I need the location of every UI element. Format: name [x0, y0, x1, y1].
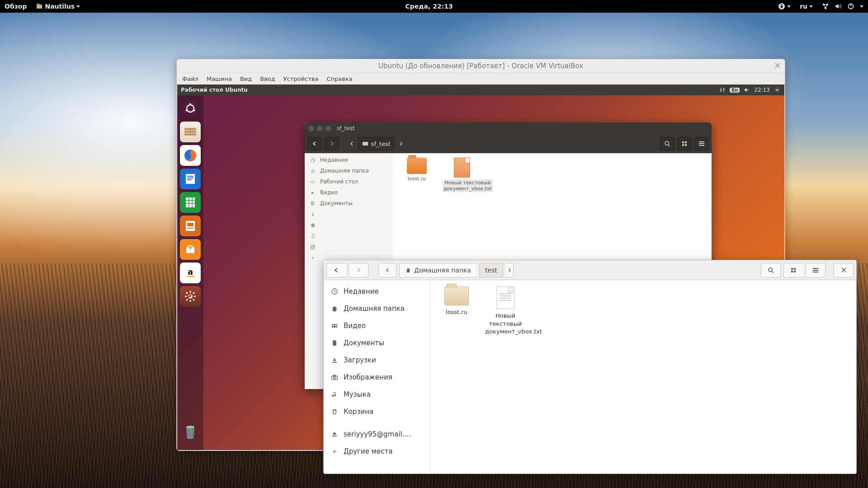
- guest-clock[interactable]: 22:13: [754, 87, 770, 93]
- file-item-document[interactable]: Новый текстовый документ_vbox.txt: [485, 286, 526, 336]
- file-label: Новый текстовый документ_vbox.txt: [443, 179, 493, 192]
- hamburger-menu-button[interactable]: [806, 263, 826, 277]
- svg-rect-27: [187, 228, 193, 229]
- svg-point-9: [187, 105, 194, 112]
- maximize-icon[interactable]: [326, 126, 331, 131]
- sidebar-item-account[interactable]: seriyyy95@gmail....: [324, 426, 430, 443]
- svg-point-10: [189, 103, 192, 106]
- back-button[interactable]: [326, 263, 346, 277]
- close-icon[interactable]: [308, 126, 314, 131]
- path-segment[interactable]: sf_test: [358, 137, 395, 150]
- sidebar-item-documents[interactable]: 🗎Документы: [305, 198, 393, 209]
- vbox-titlebar[interactable]: Ubuntu (До обновления) [Работает] - Orac…: [177, 59, 785, 73]
- launcher-writer[interactable]: [180, 169, 201, 189]
- sidebar-item-pictures[interactable]: Изображения: [324, 369, 430, 386]
- launcher-calc[interactable]: [180, 192, 201, 213]
- volume-icon[interactable]: [743, 86, 750, 94]
- clock[interactable]: Среда, 22:13: [401, 3, 458, 10]
- sidebar-item-more[interactable]: ↓: [305, 209, 393, 220]
- keyboard-layout-label: ru: [800, 3, 807, 10]
- sidebar-item-more[interactable]: ▤: [305, 241, 393, 252]
- svg-point-8: [776, 89, 778, 91]
- sidebar-item-documents[interactable]: Документы: [324, 334, 430, 352]
- menu-file[interactable]: Файл: [182, 75, 198, 82]
- launcher-files[interactable]: [180, 122, 201, 142]
- accessibility-menu[interactable]: [774, 3, 795, 10]
- path-next-button[interactable]: [506, 263, 514, 277]
- svg-rect-20: [186, 174, 195, 184]
- sidebar-item-recent[interactable]: Недавние: [324, 283, 430, 300]
- svg-rect-24: [186, 197, 195, 207]
- document-icon: [496, 286, 514, 309]
- sidebar-item-trash[interactable]: Корзина: [324, 403, 430, 420]
- view-grid-button[interactable]: [783, 263, 803, 277]
- menu-view[interactable]: Вид: [240, 75, 252, 82]
- launcher-settings[interactable]: [180, 286, 201, 307]
- unity-launcher: a: [177, 95, 203, 450]
- forward-button[interactable]: [325, 137, 339, 150]
- minimize-icon[interactable]: [317, 126, 323, 131]
- svg-rect-1: [37, 4, 39, 5]
- menu-machine[interactable]: Машина: [207, 75, 232, 82]
- gear-icon[interactable]: [774, 86, 781, 94]
- launcher-software[interactable]: [180, 239, 201, 260]
- svg-point-17: [190, 131, 191, 132]
- launcher-trash[interactable]: [180, 421, 201, 442]
- close-button[interactable]: [773, 61, 782, 70]
- menu-help[interactable]: Справка: [326, 75, 352, 82]
- sidebar-item-desktop[interactable]: ▭Рабочий стол: [305, 176, 393, 187]
- menu-devices[interactable]: Устройства: [283, 75, 319, 82]
- path-prev-button[interactable]: [378, 263, 396, 277]
- path-prev-button[interactable]: [348, 141, 355, 146]
- sidebar-item-music[interactable]: Музыка: [324, 386, 430, 403]
- folder-icon: [407, 158, 427, 174]
- keyboard-layout[interactable]: ru: [795, 3, 817, 10]
- file-item-folder[interactable]: losst.ru: [436, 286, 477, 316]
- breadcrumb-current[interactable]: test: [479, 263, 503, 277]
- sidebar-item-home[interactable]: Домашняя папка: [324, 300, 430, 317]
- file-label: losst.ru: [408, 176, 426, 182]
- forward-button[interactable]: [349, 263, 368, 277]
- launcher-firefox[interactable]: [180, 145, 201, 166]
- document-icon: [454, 158, 470, 178]
- sidebar-item-home[interactable]: ⌂Домашняя папка: [305, 165, 393, 176]
- sidebar-item-more[interactable]: ◉: [305, 220, 393, 230]
- vbox-title-text: Ubuntu (До обновления) [Работает] - Orac…: [378, 62, 583, 70]
- launcher-impress[interactable]: [180, 216, 201, 236]
- svg-rect-32: [363, 142, 368, 145]
- view-grid-button[interactable]: [677, 137, 692, 150]
- guest-keyboard-layout[interactable]: En: [730, 88, 740, 93]
- host-nautilus-headerbar[interactable]: Домашняя папка test: [324, 260, 856, 280]
- app-menu[interactable]: Nautilus: [31, 3, 85, 10]
- network-updown-icon[interactable]: [719, 86, 726, 94]
- chevron-down-icon: [787, 5, 791, 8]
- guest-top-title: Рабочий стол Ubuntu: [181, 87, 248, 93]
- sidebar-item-videos[interactable]: Видео: [324, 317, 430, 334]
- launcher-amazon[interactable]: a: [180, 263, 201, 283]
- menu-input[interactable]: Ввод: [260, 75, 275, 82]
- activities-button[interactable]: Обзор: [0, 3, 31, 10]
- gnome-top-bar: Обзор Nautilus Среда, 22:13 ru: [0, 0, 868, 13]
- file-label: Новый текстовый документ_vbox.txt: [485, 312, 542, 335]
- back-button[interactable]: [307, 137, 322, 150]
- sidebar-item-recent[interactable]: ◷Недавние: [305, 155, 393, 165]
- launcher-dash[interactable]: [180, 98, 201, 119]
- sidebar-item-downloads[interactable]: Загрузки: [324, 352, 430, 369]
- host-nautilus-content[interactable]: losst.ru Новый текстовый документ_vbox.t…: [430, 280, 856, 474]
- svg-rect-40: [794, 268, 796, 270]
- sidebar-item-videos[interactable]: ▸Видео: [305, 187, 393, 198]
- file-label: losst.ru: [446, 309, 467, 315]
- guest-nautilus-titlebar[interactable]: sf_test: [305, 122, 712, 134]
- svg-point-31: [186, 426, 194, 428]
- breadcrumb-home[interactable]: Домашняя папка: [399, 263, 476, 277]
- path-next-button[interactable]: [397, 141, 405, 146]
- close-button[interactable]: [834, 263, 854, 277]
- search-button[interactable]: [660, 137, 675, 150]
- system-status-area[interactable]: [817, 3, 868, 10]
- file-item-document[interactable]: Новый текстовый документ_vbox.txt: [443, 158, 481, 192]
- sidebar-item-other-locations[interactable]: ＋Другие места: [324, 443, 430, 460]
- file-item-folder[interactable]: losst.ru: [397, 158, 436, 182]
- search-button[interactable]: [761, 263, 781, 277]
- sidebar-item-more[interactable]: ♫: [305, 230, 393, 241]
- hamburger-menu-button[interactable]: [694, 137, 709, 150]
